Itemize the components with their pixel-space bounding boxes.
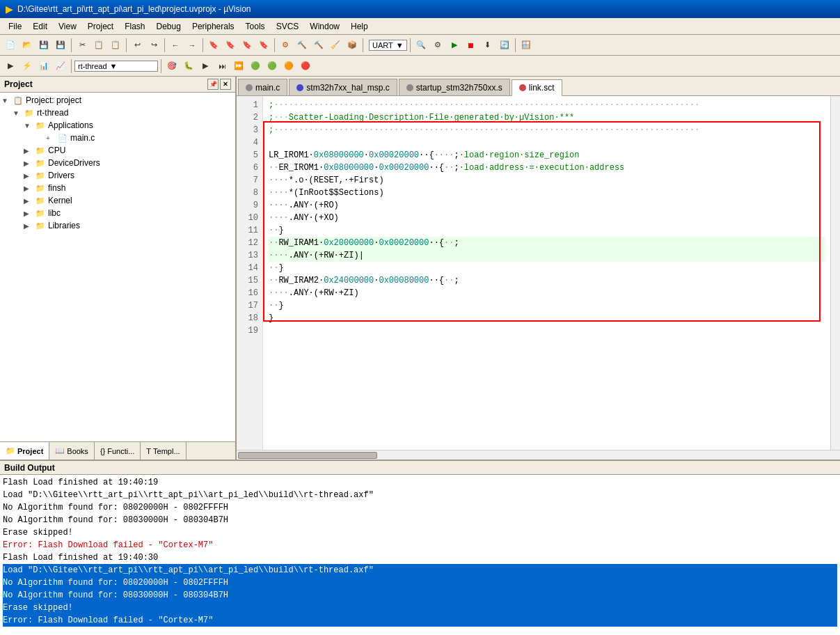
menu-bar: File Edit View Project Flash Debug Perip…: [0, 18, 840, 35]
new-file-btn[interactable]: 📄: [3, 38, 18, 53]
t2-red[interactable]: 🔴: [298, 58, 313, 74]
t2-green2[interactable]: 🟢: [264, 58, 280, 74]
right-scrollbar[interactable]: [830, 96, 840, 450]
code-line-12: ··RW_IRAM1·0x20000000·0x00020000··{··;: [269, 237, 825, 249]
tab-link-sct-label: link.sct: [529, 83, 555, 93]
t2-debug-btn[interactable]: 🐛: [181, 58, 196, 74]
t2-btn2[interactable]: ⚡: [19, 58, 35, 74]
tree-item-applications[interactable]: ▼ 📁 Applications: [1, 119, 234, 132]
uart-selector[interactable]: UART ▼: [369, 40, 407, 51]
build-line: Load "D:\\Gitee\\rtt_art_pi\\rtt_apt_pi\…: [3, 564, 837, 577]
cut-btn[interactable]: ✂: [74, 38, 90, 53]
tree-item-kernel[interactable]: ▶ 📁 Kernel: [1, 194, 234, 207]
undo-btn[interactable]: ↩: [129, 38, 145, 53]
menu-edit[interactable]: Edit: [27, 20, 53, 33]
menu-window[interactable]: Window: [304, 20, 345, 33]
tab-link-sct[interactable]: link.sct: [512, 79, 562, 96]
content-area: Project 📌 ✕ ▼ 📋 Project: project ▼ 📁 rt-: [0, 77, 840, 460]
tree-item-finsh[interactable]: ▶ 📁 finsh: [1, 182, 234, 194]
tree-item-libc[interactable]: ▶ 📁 libc: [1, 207, 234, 219]
menu-svcs[interactable]: SVCS: [271, 20, 305, 33]
save-btn[interactable]: 💾: [36, 38, 51, 53]
tab-hal-msp[interactable]: stm32h7xx_hal_msp.c: [289, 79, 397, 95]
settings-btn[interactable]: ⚙: [430, 38, 445, 53]
paste-btn[interactable]: 📋: [108, 38, 123, 53]
tab-books[interactable]: 📖 Books: [49, 442, 95, 460]
tree-item-project[interactable]: ▼ 📋 Project: project: [1, 94, 234, 107]
bookmark2-btn[interactable]: 🔖: [223, 38, 238, 53]
thread-selector[interactable]: rt-thread ▼: [74, 61, 158, 72]
search-btn[interactable]: 🔍: [413, 38, 429, 53]
file-icon: 📄: [57, 132, 68, 143]
t2-btn4[interactable]: 📈: [53, 58, 68, 74]
menu-file[interactable]: File: [3, 20, 27, 33]
folder-icon: 📁: [35, 207, 46, 219]
menu-peripherals[interactable]: Peripherals: [187, 20, 240, 33]
menu-view[interactable]: View: [53, 20, 82, 33]
t2-step-btn[interactable]: ▶: [198, 58, 213, 74]
sep3: [164, 38, 165, 52]
window-btn[interactable]: 🪟: [518, 38, 534, 53]
copy-btn[interactable]: 📋: [91, 38, 106, 53]
t2-btn3[interactable]: 📊: [36, 58, 51, 74]
code-content[interactable]: ;·······································…: [263, 96, 830, 450]
tree-item-mainc[interactable]: + 📄 main.c: [1, 132, 234, 144]
bookmark4-btn[interactable]: 🔖: [256, 38, 271, 53]
tree-item-cpu[interactable]: ▶ 📁 CPU: [1, 144, 234, 157]
t2-btn1[interactable]: ▶: [3, 58, 18, 74]
tab-functions[interactable]: {} Functi...: [95, 442, 141, 460]
line-num: 1: [237, 99, 262, 111]
bookmark3-btn[interactable]: 🔖: [239, 38, 255, 53]
scroll-thumb[interactable]: [238, 452, 377, 459]
t2-step3-btn[interactable]: ⏩: [231, 58, 246, 74]
tab-hal-msp-label: stm32h7xx_hal_msp.c: [306, 83, 389, 93]
redo-btn[interactable]: ↪: [146, 38, 161, 53]
download-btn[interactable]: ⬇: [480, 38, 496, 53]
run-btn[interactable]: ▶: [447, 38, 462, 53]
project-pin-btn[interactable]: 📌: [207, 79, 219, 90]
t2-orange[interactable]: 🟠: [281, 58, 296, 74]
sep7: [410, 38, 411, 52]
code-editor: 1 2 3 4 5 6 7 8 9 10 11 12 13 14 15 16 1: [237, 96, 840, 450]
uart-dropdown-icon[interactable]: ▼: [396, 41, 404, 49]
tab-dot-link-sct: [519, 84, 526, 91]
folder-icon: 📁: [35, 145, 46, 156]
expand-icon: ▶: [24, 172, 35, 180]
menu-help[interactable]: Help: [345, 20, 374, 33]
rebuild-btn[interactable]: 🔨: [311, 38, 326, 53]
code-area: main.c stm32h7xx_hal_msp.c startup_stm32…: [237, 77, 840, 460]
build-line: Flash Load finished at 19:40:19: [3, 476, 837, 489]
save-all-btn[interactable]: 💾: [53, 38, 68, 53]
reset-btn[interactable]: 🔄: [497, 38, 512, 53]
tab-templates[interactable]: T Templ...: [141, 442, 186, 460]
menu-tools[interactable]: Tools: [240, 20, 271, 33]
bookmark-btn[interactable]: 🔖: [206, 38, 221, 53]
nav-back-btn[interactable]: ←: [168, 38, 183, 53]
t2-green1[interactable]: 🟢: [248, 58, 263, 74]
build-line: No Algorithm found for: 08020000H - 0802…: [3, 501, 837, 514]
menu-flash[interactable]: Flash: [119, 20, 150, 33]
tab-project[interactable]: 📁 Project: [0, 442, 49, 460]
build-btn[interactable]: 🔨: [294, 38, 310, 53]
tree-item-rtthread[interactable]: ▼ 📁 rt-thread: [1, 107, 234, 119]
tree-item-libraries[interactable]: ▶ 📁 Libraries: [1, 219, 234, 232]
tree-item-devicedrivers[interactable]: ▶ 📁 DeviceDrivers: [1, 157, 234, 169]
stop-btn[interactable]: ⏹: [463, 38, 479, 53]
t2-step2-btn[interactable]: ⏭: [214, 58, 230, 74]
clean-btn[interactable]: 🧹: [328, 38, 343, 53]
t2-target-btn[interactable]: 🎯: [164, 58, 180, 74]
compile-btn[interactable]: ⚙: [278, 38, 293, 53]
menu-debug[interactable]: Debug: [151, 20, 187, 33]
code-line-15: ··RW_IRAM2·0x24000000·0x00080000··{··;: [269, 274, 825, 287]
tab-mainc[interactable]: main.c: [238, 79, 287, 95]
project-close-btn[interactable]: ✕: [220, 79, 231, 90]
nav-fwd-btn[interactable]: →: [184, 38, 200, 53]
batch-btn[interactable]: 📦: [344, 38, 360, 53]
tab-startup[interactable]: startup_stm32h750xx.s: [399, 79, 510, 95]
tree-item-drivers[interactable]: ▶ 📁 Drivers: [1, 169, 234, 182]
code-line-8: ····*(InRoot$$Sections): [269, 187, 825, 199]
menu-project[interactable]: Project: [82, 20, 119, 33]
open-btn[interactable]: 📂: [19, 38, 35, 53]
horizontal-scrollbar[interactable]: [237, 450, 840, 460]
uart-label: UART: [372, 41, 393, 49]
